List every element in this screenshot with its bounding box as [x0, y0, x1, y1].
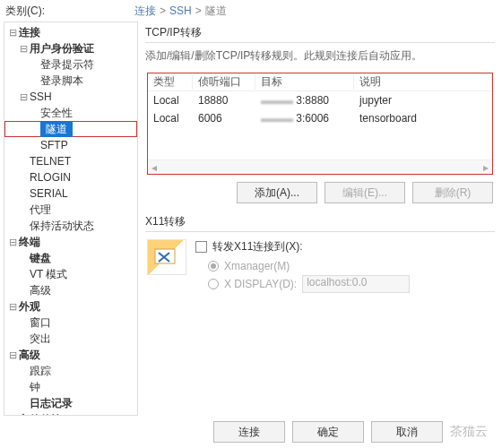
tree-item-label: SERIAL — [30, 187, 68, 200]
tree-item-14[interactable]: 键盘 — [4, 250, 137, 266]
tree-item-label: 安全性 — [40, 106, 73, 121]
tree-item-8[interactable]: TELNET — [4, 153, 137, 169]
twisty-icon[interactable]: ⊟ — [19, 91, 28, 103]
tree-item-label: 终端 — [19, 235, 40, 250]
tree-item-5[interactable]: 安全性 — [4, 105, 137, 121]
x11-title: X11转移 — [145, 214, 495, 229]
cell-target: ▬▬▬ 3:6006 — [255, 112, 354, 125]
tree-item-label: TELNET — [30, 155, 71, 168]
x11-forward-label: 转发X11连接到(X): — [212, 239, 303, 254]
tree-item-label: 日志记录 — [30, 396, 73, 411]
edit-button: 编辑(E)... — [325, 182, 405, 203]
tree-item-4[interactable]: ⊟SSH — [4, 89, 137, 105]
tree-item-3[interactable]: 登录脚本 — [4, 73, 137, 89]
breadcrumb-link-conn[interactable]: 连接 — [134, 4, 156, 17]
tree-item-label: 突出 — [30, 332, 51, 347]
table-row[interactable]: Local18880▬▬▬ 3:8880jupyter — [148, 91, 492, 109]
col-type[interactable]: 类型 — [148, 74, 193, 90]
tree-item-16[interactable]: 高级 — [4, 282, 137, 298]
col-listen[interactable]: 侦听端口 — [193, 74, 255, 90]
tree-item-label: 高级 — [19, 348, 40, 363]
tree-item-label: 代理 — [30, 202, 51, 218]
tree-item-label: 用户身份验证 — [30, 41, 94, 56]
tcpip-desc: 添加/编辑/删除TCP/IP转移规则。此规则连接后自动应用。 — [145, 48, 495, 64]
tree-item-label: 保持活动状态 — [30, 219, 94, 234]
cell-target: ▬▬▬ 3:8880 — [255, 94, 354, 107]
tree-item-11[interactable]: 代理 — [4, 202, 137, 218]
tree-item-22[interactable]: 钟 — [4, 379, 137, 395]
tree-item-17[interactable]: ⊟外观 — [4, 298, 137, 314]
tree-item-0[interactable]: ⊟连接 — [4, 24, 137, 40]
cell-type: Local — [148, 94, 193, 107]
xmanager-label: Xmanager(M) — [224, 260, 290, 272]
remove-button: 删除(R) — [412, 182, 493, 203]
tree-item-13[interactable]: ⊟终端 — [4, 234, 137, 250]
cell-type: Local — [148, 112, 193, 125]
x11-icon — [147, 239, 186, 275]
tree-item-label: 登录提示符 — [40, 57, 94, 73]
tree-item-label: 连接 — [19, 25, 40, 40]
tree-item-19[interactable]: 突出 — [4, 331, 137, 347]
tree-item-label: SFTP — [40, 139, 68, 151]
forwarding-table[interactable]: 类型 侦听端口 目标 说明 Local18880▬▬▬ 3:8880jupyte… — [147, 73, 493, 175]
tree-item-label: VT 模式 — [30, 267, 67, 282]
x11-forward-checkbox[interactable] — [195, 241, 207, 253]
tcpip-title: TCP/IP转移 — [145, 25, 495, 40]
tree-item-9[interactable]: RLOGIN — [4, 169, 137, 185]
breadcrumb-link-ssh[interactable]: SSH — [169, 4, 192, 17]
connect-button[interactable]: 连接 — [213, 421, 285, 443]
tree-item-label: 隧道 — [40, 122, 73, 137]
cell-desc: jupyter — [354, 94, 492, 107]
tree-item-label: 跟踪 — [30, 364, 51, 379]
table-row[interactable]: Local6006▬▬▬ 3:6006tensorboard — [148, 109, 492, 127]
tree-item-label: 钟 — [30, 380, 40, 395]
xdisplay-input: localhost:0.0 — [302, 275, 410, 293]
breadcrumb-current: 隧道 — [205, 4, 227, 17]
tree-item-6[interactable]: 隧道 — [4, 121, 137, 137]
tree-item-label: 登录脚本 — [40, 73, 83, 89]
watermark: 茶猫云 — [450, 424, 488, 440]
ok-button[interactable]: 确定 — [292, 421, 364, 443]
tree-item-23[interactable]: 日志记录 — [4, 395, 137, 411]
breadcrumb: 连接>SSH>隧道 — [134, 4, 227, 19]
xmanager-radio — [208, 261, 219, 271]
tree-item-label: SSH — [30, 90, 52, 103]
category-tree[interactable]: ⊟连接⊟用户身份验证登录提示符登录脚本⊟SSH安全性隧道SFTPTELNETRL… — [4, 22, 138, 416]
tree-item-21[interactable]: 跟踪 — [4, 363, 137, 379]
twisty-icon[interactable]: ⊟ — [8, 237, 17, 248]
tree-item-18[interactable]: 窗口 — [4, 314, 137, 331]
cell-listen: 6006 — [193, 112, 255, 125]
twisty-icon[interactable]: ⊟ — [8, 301, 17, 313]
tree-item-label: 键盘 — [30, 251, 51, 266]
tree-item-1[interactable]: ⊟用户身份验证 — [4, 40, 137, 56]
tree-item-label: 文件传输 — [19, 412, 62, 417]
cancel-button[interactable]: 取消 — [371, 421, 443, 443]
cell-listen: 18880 — [193, 94, 255, 107]
tree-item-label: 高级 — [30, 283, 51, 298]
tree-item-20[interactable]: ⊟高级 — [4, 347, 137, 363]
col-target[interactable]: 目标 — [255, 74, 354, 90]
tree-item-10[interactable]: SERIAL — [4, 185, 137, 202]
tree-item-24[interactable]: ⊟文件传输 — [4, 411, 137, 416]
add-button[interactable]: 添加(A)... — [237, 182, 317, 203]
xdisplay-radio — [208, 279, 219, 289]
tree-item-12[interactable]: 保持活动状态 — [4, 218, 137, 234]
tree-item-label: 窗口 — [30, 315, 51, 331]
tree-item-15[interactable]: VT 模式 — [4, 266, 137, 282]
tree-item-7[interactable]: SFTP — [4, 137, 137, 153]
xdisplay-label: X DISPLAY(D): — [224, 278, 297, 290]
twisty-icon[interactable]: ⊟ — [8, 414, 17, 417]
tree-item-label: RLOGIN — [30, 171, 71, 184]
cell-desc: tensorboard — [354, 112, 492, 125]
h-scrollbar[interactable]: ◂▸ — [148, 159, 492, 174]
category-label: 类别(C): — [5, 4, 134, 19]
twisty-icon[interactable]: ⊟ — [19, 43, 28, 55]
twisty-icon[interactable]: ⊟ — [8, 27, 17, 39]
tree-item-2[interactable]: 登录提示符 — [4, 56, 137, 73]
twisty-icon[interactable]: ⊟ — [8, 349, 17, 361]
col-desc[interactable]: 说明 — [354, 74, 492, 90]
tree-item-label: 外观 — [19, 299, 40, 314]
